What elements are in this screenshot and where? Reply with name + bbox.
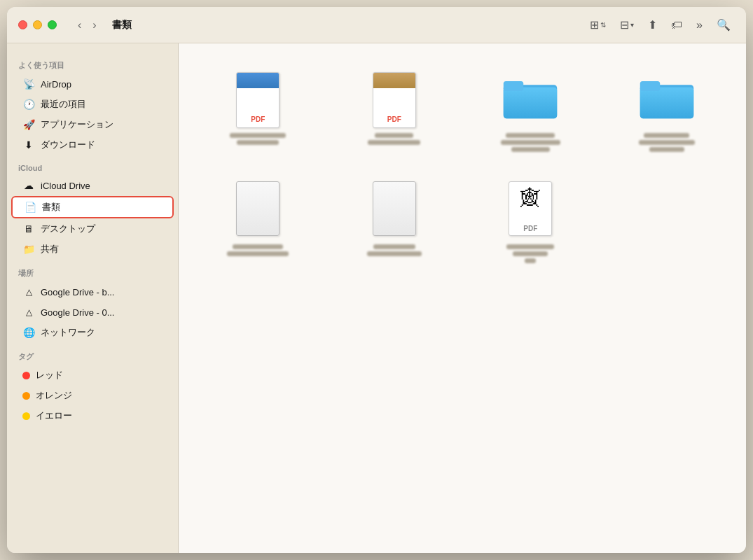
locations-section-label: 場所 [7,260,178,281]
sidebar-item-shared[interactable]: 📁 共有 [11,239,174,259]
tag-icon: 🏷 [671,19,682,31]
sidebar-label-gdrive-0: Google Drive - 0... [41,307,115,318]
window-title: 書類 [112,19,132,31]
sidebar-item-tag-orange[interactable]: オレンジ [11,386,174,405]
filename-line-2b [368,140,420,145]
file-item-3[interactable] [468,60,593,158]
fullscreen-button[interactable] [48,20,57,29]
svg-rect-2 [504,81,523,91]
forward-button[interactable]: › [88,16,100,34]
sidebar-label-downloads: ダウンロード [41,139,95,151]
spider-web-icon: 🕸 [520,186,540,209]
folder-icon-3 [502,72,558,122]
sidebar-item-downloads[interactable]: ⬇ ダウンロード [11,135,174,155]
chevron-up-down-icon: ⇅ [600,21,606,29]
sidebar: よく使う項目 📡 AirDrop 🕐 最近の項目 🚀 アプリケーション ⬇ ダウ… [7,43,179,553]
filename-line-3c [511,147,550,152]
downloads-icon: ⬇ [22,139,35,151]
tag-red-dot [22,372,30,379]
pdf-blue-icon [233,66,283,128]
file-item-6[interactable] [332,172,457,269]
file-label-3 [495,133,565,152]
group-by-button[interactable]: ⊟ ▾ [616,15,638,34]
groupby-icon: ⊟ [620,18,629,31]
file-item-4[interactable] [605,60,730,158]
file-icon-6 [366,177,422,240]
sidebar-label-tag-yellow: イエロー [36,410,72,422]
filename-line-6b [367,251,422,256]
sidebar-item-applications[interactable]: 🚀 アプリケーション [11,115,174,134]
sidebar-label-recents: 最近の項目 [41,98,86,111]
sidebar-item-icloud-drive[interactable]: ☁ iCloud Drive [11,176,174,195]
finder-window: ‹ › 書類 ⊞ ⇅ ⊟ ▾ ⬆ 🏷 » 🔍 [7,7,746,553]
filename-line-1a [230,133,286,138]
sidebar-label-shared: 共有 [41,243,59,255]
file-icon-3 [502,66,558,129]
back-button[interactable]: ‹ [74,16,85,34]
filename-line-4c [649,147,684,152]
filename-line-3a [506,133,555,138]
sidebar-item-gdrive-b[interactable]: △ Google Drive - b... [11,282,174,302]
svg-rect-4 [640,88,693,118]
search-button[interactable]: 🔍 [712,15,735,34]
file-item-5[interactable] [195,172,321,269]
documents-icon: 📄 [24,201,36,214]
filename-line-1b [237,140,279,145]
file-grid: 🕸 [179,43,746,553]
minimize-button[interactable] [33,20,42,29]
file-label-4 [632,133,702,152]
gdrive-0-icon: △ [22,306,35,318]
filename-line-6a [373,244,415,249]
svg-rect-5 [640,81,660,91]
icloud-section-label: iCloud [7,155,178,175]
sidebar-label-tag-orange: オレンジ [36,389,72,402]
sidebar-label-tag-red: レッド [36,369,63,382]
sidebar-item-gdrive-0[interactable]: △ Google Drive - 0... [11,302,174,322]
gdrive-b-icon: △ [22,286,35,298]
close-button[interactable] [18,20,27,29]
filename-line-2a [375,133,413,138]
sidebar-item-tag-yellow[interactable]: イエロー [11,406,174,426]
tag-button[interactable]: 🏷 [667,16,686,34]
filename-line-5a [233,244,283,249]
network-icon: 🌐 [22,326,35,339]
airdrop-icon: 📡 [22,78,35,90]
sidebar-item-recents[interactable]: 🕐 最近の項目 [11,94,174,114]
more-button[interactable]: » [692,16,707,34]
sidebar-label-documents: 書類 [42,201,60,214]
filename-line-5b [227,251,289,256]
filename-line-4a [644,133,689,138]
share-icon: ⬆ [648,18,657,31]
tag-yellow-dot [22,412,30,420]
grid-icon: ⊞ [590,18,599,31]
sidebar-item-documents[interactable]: 📄 書類 [11,196,174,218]
titlebar: ‹ › 書類 ⊞ ⇅ ⊟ ▾ ⬆ 🏷 » 🔍 [7,7,746,43]
sidebar-item-tag-red[interactable]: レッド [11,365,174,385]
svg-rect-1 [504,88,557,118]
file-item-1[interactable] [195,60,321,158]
main-area: よく使う項目 📡 AirDrop 🕐 最近の項目 🚀 アプリケーション ⬇ ダウ… [7,43,746,553]
file-item-2[interactable] [332,60,457,158]
sidebar-item-airdrop[interactable]: 📡 AirDrop [11,74,174,94]
search-icon: 🔍 [717,18,731,31]
desktop-icon: 🖥 [22,223,35,235]
applications-icon: 🚀 [22,118,35,131]
pdf-paper-2 [373,72,416,128]
file-label-5 [223,244,293,256]
file-icon-7: 🕸 [502,177,558,240]
file-item-7[interactable]: 🕸 [468,172,593,269]
share-button[interactable]: ⬆ [644,15,661,34]
shared-icon: 📁 [22,243,35,255]
blank-doc-icon-6 [373,181,416,236]
sidebar-label-desktop: デスクトップ [41,223,95,235]
file-label-2 [359,133,429,145]
pdf-paper-1 [236,72,279,128]
sidebar-item-network[interactable]: 🌐 ネットワーク [11,323,174,342]
nav-buttons: ‹ › [74,16,101,34]
icloud-drive-icon: ☁ [22,179,35,192]
view-toggle-button[interactable]: ⊞ ⇅ [586,15,610,34]
file-label-6 [359,244,429,256]
sidebar-item-desktop[interactable]: 🖥 デスクトップ [11,219,174,239]
sidebar-label-applications: アプリケーション [41,118,113,131]
filename-line-3b [501,140,560,145]
